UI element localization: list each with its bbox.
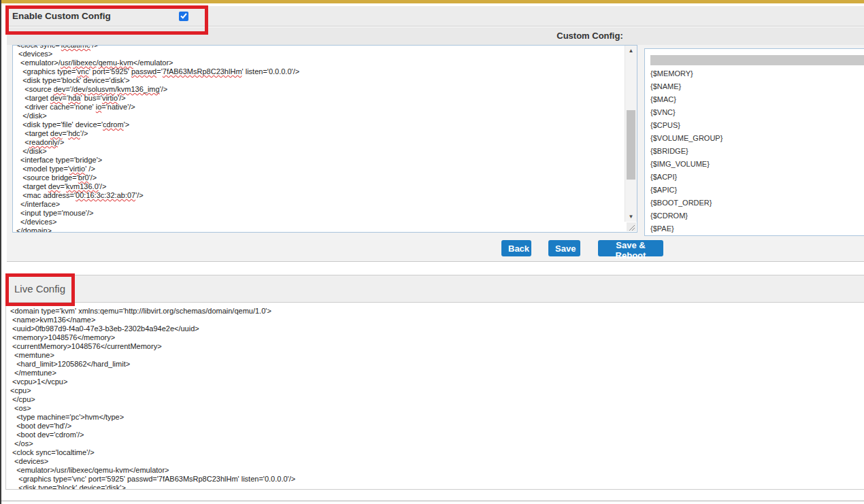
template-variable-item: {$NAME} [650, 80, 864, 93]
enable-custom-config-label: Enable Custom Config [12, 6, 111, 26]
live-config-text: <domain type='kvm' xmlns:qemu='http://li… [10, 307, 295, 489]
custom-config-panel: Custom Config: <clock sync='localtime'/>… [7, 27, 864, 262]
template-variable-item: {$VOLUME_GROUP} [650, 132, 864, 145]
live-config-output: <domain type='kvm' xmlns:qemu='http://li… [6, 303, 864, 489]
custom-config-title: Custom Config: [532, 27, 648, 45]
scrollbar-thumb[interactable] [627, 110, 635, 180]
template-variable-item: {$BRIDGE} [650, 145, 864, 158]
scroll-up-arrow-icon[interactable]: ▲ [625, 46, 637, 56]
live-config-title: Live Config [14, 275, 65, 303]
live-config-section: Live Config <domain type='kvm' xmlns:qem… [5, 275, 864, 490]
enable-custom-config-checkbox[interactable] [179, 12, 188, 21]
top-accent-bar [0, 0, 864, 3]
template-variable-item: {$APIC} [650, 184, 864, 197]
template-variable-item: {$CDROM} [650, 209, 864, 222]
template-variables-panel: {$MEMORY}{$NAME}{$MAC}{$VNC}{$CPUS}{$VOL… [644, 48, 864, 236]
template-variable-item: {$VNC} [650, 106, 864, 119]
scroll-down-arrow-icon[interactable]: ▼ [625, 212, 637, 222]
window-left-edge [0, 0, 1, 504]
template-variable-item: {$IMG_VOLUME} [650, 158, 864, 171]
enable-custom-config-row: Enable Custom Config [7, 6, 864, 27]
template-variable-item: {$ACPI} [650, 171, 864, 184]
save-button[interactable]: Save [548, 240, 580, 256]
template-variable-item: {$PAE} [650, 222, 864, 235]
template-variable-item: {$MEMORY} [650, 67, 864, 80]
checkmark-icon [180, 13, 187, 19]
resize-grip-icon [627, 223, 636, 232]
back-button[interactable]: Back [501, 240, 531, 256]
page-bottom-divider [0, 501, 864, 501]
custom-config-panel-header: Custom Config: [7, 27, 864, 45]
save-and-reboot-button[interactable]: Save & Reboot [598, 240, 663, 256]
textarea-resize-handle-icon[interactable] [627, 222, 636, 231]
live-config-header: Live Config [6, 275, 864, 303]
textarea-scrollbar[interactable]: ▲ ▼ [625, 46, 637, 222]
custom-config-text[interactable]: <clock sync='localtime'/> <devices> <emu… [16, 45, 623, 233]
template-variable-item: {$BOOT_ORDER} [650, 197, 864, 209]
template-variable-item: {$MAC} [650, 93, 864, 106]
custom-config-textarea[interactable]: <clock sync='localtime'/> <devices> <emu… [12, 45, 637, 233]
variables-panel-header-bar [650, 55, 864, 65]
template-variables-list: {$MEMORY}{$NAME}{$MAC}{$VNC}{$CPUS}{$VOL… [650, 67, 864, 235]
template-variable-item: {$CPUS} [650, 119, 864, 132]
